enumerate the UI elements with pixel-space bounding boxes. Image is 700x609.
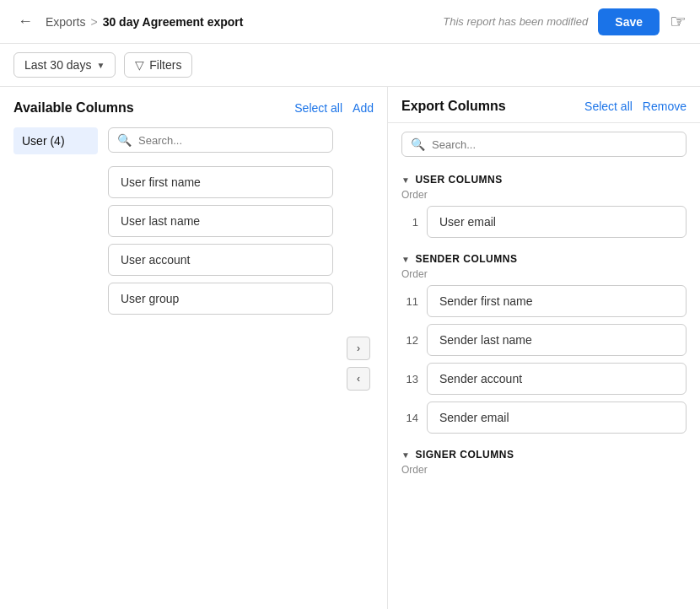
toolbar: Last 30 days ▼ ▽ Filters — [0, 44, 700, 87]
main-content: Available Columns Select all Add User (4… — [0, 87, 700, 609]
right-remove-button[interactable]: Remove — [643, 100, 687, 113]
date-dropdown[interactable]: Last 30 days ▼ — [13, 52, 116, 78]
header: ← Exports > 30 day Agreement export This… — [0, 0, 700, 44]
sender-columns-section-header: ▼ SENDER COLUMNS — [401, 245, 687, 268]
category-item-user[interactable]: User (4) — [13, 127, 98, 154]
order-number: 11 — [401, 295, 418, 308]
section-chevron-icon: ▼ — [401, 175, 410, 185]
filter-icon: ▽ — [135, 58, 144, 72]
search-icon: 🔍 — [411, 137, 425, 151]
right-search-box: 🔍 — [401, 132, 687, 157]
back-icon: ← — [18, 13, 33, 30]
order-number: 14 — [401, 412, 418, 424]
select-all-button[interactable]: Select all — [294, 101, 342, 115]
search-icon: 🔍 — [117, 133, 132, 147]
header-right: This report has been modified Save ☞ — [443, 8, 687, 35]
date-label: Last 30 days — [24, 58, 91, 72]
signer-columns-label: SIGNER COLUMNS — [415, 449, 514, 461]
left-panel-actions: Select all Add — [294, 101, 374, 115]
left-panel: Available Columns Select all Add User (4… — [0, 87, 388, 609]
list-item[interactable]: User first name — [108, 166, 333, 198]
table-row: 13 Sender account — [401, 363, 687, 395]
chevron-down-icon: ▼ — [96, 61, 105, 70]
signer-order-label: Order — [401, 464, 687, 476]
user-columns-section-header: ▼ USER COLUMNS — [401, 165, 687, 189]
list-item[interactable]: User group — [108, 283, 333, 315]
list-item[interactable]: User account — [108, 244, 333, 276]
left-columns-area: User (4) 🔍 User first name User last nam… — [13, 127, 374, 600]
user-order-label: Order — [401, 189, 687, 201]
sender-columns-label: SENDER COLUMNS — [415, 253, 517, 265]
order-number: 1 — [401, 216, 418, 229]
order-number: 13 — [401, 373, 418, 385]
breadcrumb: Exports > 30 day Agreement export — [46, 15, 243, 29]
section-chevron-icon: ▼ — [401, 450, 410, 460]
right-search-area: 🔍 — [388, 123, 700, 165]
breadcrumb-current: 30 day Agreement export — [103, 15, 244, 29]
right-panel-title: Export Columns — [401, 99, 506, 114]
add-button[interactable]: Add — [353, 101, 374, 115]
filter-button[interactable]: ▽ Filters — [124, 52, 192, 78]
export-item[interactable]: Sender last name — [427, 324, 687, 356]
right-panel-actions: Select all Remove — [584, 100, 687, 113]
export-item[interactable]: Sender email — [427, 402, 687, 434]
category-list: User (4) — [13, 127, 98, 600]
breadcrumb-parent[interactable]: Exports — [46, 15, 85, 29]
save-button[interactable]: Save — [598, 8, 660, 35]
header-left: ← Exports > 30 day Agreement export — [13, 10, 243, 34]
table-row: 11 Sender first name — [401, 285, 687, 317]
items-area: 🔍 User first name User last name User ac… — [108, 127, 333, 600]
right-panel-header: Export Columns Select all Remove — [388, 87, 700, 123]
back-button[interactable]: ← — [13, 10, 37, 34]
left-panel-title: Available Columns — [13, 100, 134, 116]
cursor-icon: ☞ — [670, 11, 687, 33]
right-search-input[interactable] — [432, 138, 677, 151]
export-item[interactable]: User email — [427, 206, 687, 238]
table-row: 14 Sender email — [401, 402, 687, 434]
export-item[interactable]: Sender account — [427, 363, 687, 395]
sender-order-label: Order — [401, 268, 687, 280]
right-select-all-button[interactable]: Select all — [584, 100, 633, 113]
left-panel-header: Available Columns Select all Add — [13, 100, 374, 116]
signer-columns-section-header: ▼ SIGNER COLUMNS — [401, 440, 687, 464]
list-item[interactable]: User last name — [108, 205, 333, 237]
table-row: 12 Sender last name — [401, 324, 687, 356]
breadcrumb-separator: > — [90, 15, 97, 29]
table-row: 1 User email — [401, 206, 687, 238]
right-panel: Export Columns Select all Remove 🔍 ▼ USE… — [388, 87, 700, 609]
transfer-buttons: › ‹ — [343, 127, 374, 600]
export-columns-scroll[interactable]: ▼ USER COLUMNS Order 1 User email ▼ SEND… — [388, 165, 700, 609]
move-left-button[interactable]: ‹ — [347, 367, 370, 391]
export-item[interactable]: Sender first name — [427, 285, 687, 317]
move-right-button[interactable]: › — [347, 337, 370, 360]
filter-label: Filters — [149, 58, 181, 72]
order-number: 12 — [401, 334, 418, 347]
left-search-input[interactable] — [138, 134, 324, 147]
left-search-box: 🔍 — [108, 127, 333, 153]
section-chevron-icon: ▼ — [401, 255, 410, 264]
user-columns-label: USER COLUMNS — [415, 174, 502, 186]
modified-text: This report has been modified — [443, 15, 588, 28]
